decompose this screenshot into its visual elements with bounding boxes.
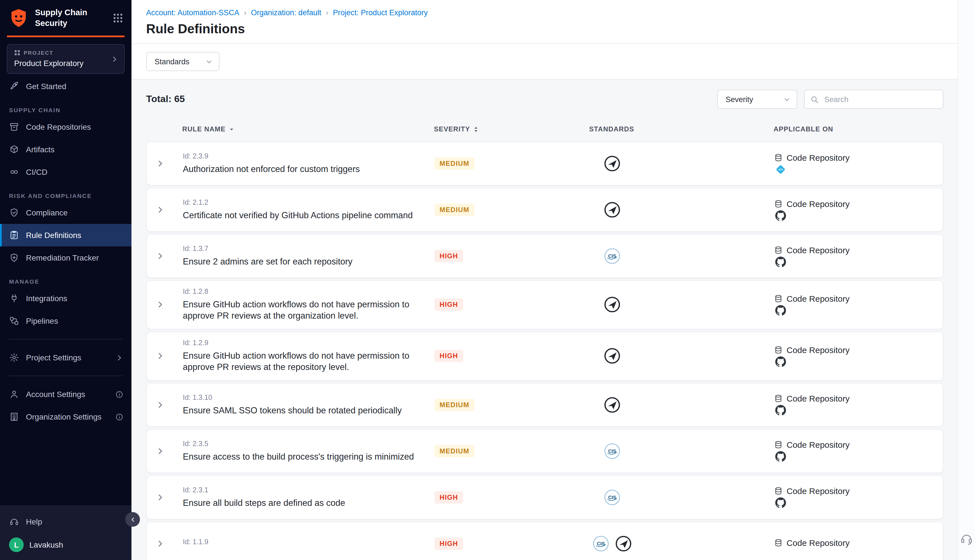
brand-title-line1: Supply Chain xyxy=(35,7,87,18)
sidebar-item-integrations[interactable]: Integrations xyxy=(0,287,132,310)
support-chat-icon[interactable] xyxy=(959,532,974,547)
sidebar-item-project-settings[interactable]: Project Settings xyxy=(0,346,132,369)
plane-icon xyxy=(615,535,632,552)
rule-row[interactable]: Id: 1.3.7 Ensure 2 admins are set for ea… xyxy=(146,234,943,278)
supply-chain-security-logo-icon xyxy=(8,7,29,29)
breadcrumb-link[interactable]: Project: Product Exploratory xyxy=(333,8,428,17)
expand-row-icon[interactable] xyxy=(156,205,165,214)
github-icon xyxy=(775,405,786,416)
search-box[interactable] xyxy=(804,90,943,109)
applicable-on-cell: Code Repository xyxy=(711,487,943,508)
expand-row-icon[interactable] xyxy=(156,400,165,410)
column-header-severity[interactable]: SEVERITY xyxy=(434,125,513,133)
sidebar-item-artifacts[interactable]: Artifacts xyxy=(0,138,132,161)
rule-row[interactable]: Id: 1.2.8 Ensure GitHub action workflows… xyxy=(146,280,943,329)
severity-cell: HIGH xyxy=(434,537,513,550)
applicable-on-row: Code Repository xyxy=(774,487,943,496)
table-header: RULE NAME SEVERITY STANDARDS APPLICABLE … xyxy=(146,121,943,137)
severity-badge: HIGH xyxy=(434,491,463,503)
code-diamond-icon: </> xyxy=(775,164,786,175)
standards-cell xyxy=(513,348,711,365)
column-header-rule-name[interactable]: RULE NAME xyxy=(173,125,434,133)
info-icon xyxy=(115,390,124,398)
expand-row-icon[interactable] xyxy=(156,159,165,168)
sidebar-item-code-repositories[interactable]: Code Repositories xyxy=(0,116,132,138)
severity-cell: MEDIUM xyxy=(434,157,513,170)
app: Supply Chain Security PROJECT Product Ex… xyxy=(0,0,975,560)
rule-id: Id: 1.2.9 xyxy=(183,339,426,347)
rule-id: Id: 1.2.8 xyxy=(183,288,426,295)
nav-item-label: Project Settings xyxy=(26,353,81,362)
rule-name: Ensure SAML SSO tokens should be rotated… xyxy=(183,405,426,416)
sidebar-item-get-started[interactable]: Get Started xyxy=(0,75,132,98)
applicable-on-label: Code Repository xyxy=(786,440,850,450)
search-input[interactable] xyxy=(823,95,937,104)
severity-cell: MEDIUM xyxy=(434,203,513,216)
nav-section-label: RISK AND COMPLIANCE xyxy=(9,192,122,199)
module-switcher-grid-icon[interactable] xyxy=(112,12,124,24)
rule-row[interactable]: Id: 1.1.9 HIGH CIS Code Repository xyxy=(146,522,943,560)
chevron-right-icon xyxy=(115,353,124,362)
standards-filter-dropdown[interactable]: Standards xyxy=(146,52,219,71)
applicable-on-row: Code Repository xyxy=(774,440,943,450)
provider-slot xyxy=(775,405,943,416)
sidebar-item-help[interactable]: Help xyxy=(9,513,122,531)
rule-row[interactable]: Id: 2.3.1 Ensure all build steps are def… xyxy=(146,475,943,519)
rule-id: Id: 2.1.2 xyxy=(183,198,426,207)
expand-row-icon[interactable] xyxy=(156,539,165,548)
rule-row[interactable]: Id: 2.1.2 Certificate not verified by Gi… xyxy=(146,188,943,232)
rule-row[interactable]: Id: 1.3.10 Ensure SAML SSO tokens should… xyxy=(146,383,943,427)
expand-row-icon[interactable] xyxy=(156,300,165,309)
sidebar-item-ci-cd[interactable]: CI/CD xyxy=(0,161,132,183)
github-icon xyxy=(775,305,786,316)
rule-id: Id: 2.3.5 xyxy=(183,440,426,447)
expand-row-icon[interactable] xyxy=(156,493,165,502)
breadcrumb-link[interactable]: Organization: default xyxy=(251,8,321,17)
severity-badge: HIGH xyxy=(434,250,463,262)
github-icon xyxy=(775,498,786,508)
table-toolbar: Total: 65 Severity xyxy=(146,90,943,109)
rule-name-cell: Id: 2.3.9 Authorization not enforced for… xyxy=(174,145,434,182)
plane-icon xyxy=(604,297,621,313)
project-selector[interactable]: PROJECT Product Exploratory xyxy=(7,44,125,74)
rule-name-cell: Id: 2.3.1 Ensure all build steps are def… xyxy=(174,479,434,515)
avatar: L xyxy=(9,537,24,552)
expand-row-icon[interactable] xyxy=(156,352,165,361)
divider xyxy=(9,376,122,376)
expand-row-icon[interactable] xyxy=(156,447,165,456)
repository-icon xyxy=(774,153,783,162)
nav-item-label: Compliance xyxy=(26,208,68,217)
breadcrumb-link[interactable]: Account: Automation-SSCA xyxy=(146,8,239,17)
sidebar-item-remediation-tracker[interactable]: Remediation Tracker xyxy=(0,247,132,269)
rule-row[interactable]: Id: 2.3.5 Ensure access to the build pro… xyxy=(146,429,943,473)
expand-row-icon[interactable] xyxy=(156,252,165,260)
provider-slot xyxy=(775,305,943,316)
nav-item-label: Remediation Tracker xyxy=(26,253,99,262)
module-accent-bar xyxy=(7,35,125,37)
plane-icon xyxy=(604,155,621,172)
rule-id: Id: 1.3.10 xyxy=(183,393,426,401)
expander-cell xyxy=(147,493,174,502)
sidebar-item-compliance[interactable]: Compliance xyxy=(0,201,132,224)
sidebar-item-account-settings[interactable]: Account Settings xyxy=(0,383,132,405)
applicable-on-cell: Code Repository xyxy=(711,394,943,416)
sidebar-item-pipelines[interactable]: Pipelines xyxy=(0,310,132,332)
plane-icon xyxy=(604,201,621,218)
standards-cell xyxy=(513,155,711,172)
rule-row[interactable]: Id: 2.3.9 Authorization not enforced for… xyxy=(146,142,943,185)
sidebar-collapse-handle[interactable] xyxy=(125,512,140,527)
rule-row[interactable]: Id: 1.2.9 Ensure GitHub action workflows… xyxy=(146,332,943,381)
sidebar-item-rule-definitions[interactable]: Rule Definitions xyxy=(0,224,132,247)
chevron-down-icon xyxy=(205,58,213,65)
rule-name: Ensure all build steps are defined as co… xyxy=(183,497,426,509)
user-menu[interactable]: L Lavakush xyxy=(9,537,122,552)
sidebar-nav: Get StartedSUPPLY CHAINCode Repositories… xyxy=(0,75,132,332)
sort-descending-icon xyxy=(229,127,234,132)
applicable-on-row: Code Repository xyxy=(774,394,943,403)
standards-cell xyxy=(513,297,711,313)
cicd-icon xyxy=(9,167,19,177)
cis-icon: CIS xyxy=(593,535,609,552)
severity-filter-dropdown[interactable]: Severity xyxy=(717,90,797,109)
sidebar-item-organization-settings[interactable]: Organization Settings xyxy=(0,405,132,428)
repository-icon xyxy=(774,346,783,354)
